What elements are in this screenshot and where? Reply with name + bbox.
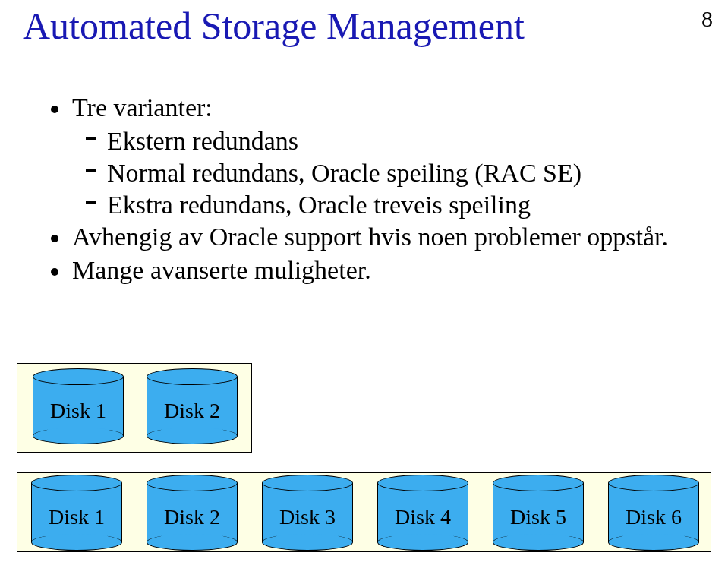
disk-label: Disk 3	[262, 505, 353, 529]
disk-bottom-4: Disk 4	[377, 475, 468, 551]
bullet-mange: Mange avanserte muligheter.	[49, 256, 728, 285]
bullet-extern-redundans: Ekstern redundans	[84, 127, 728, 156]
page-number: 8	[701, 6, 713, 32]
disk-group-top: Disk 1 Disk 2	[17, 363, 252, 453]
disk-label: Disk 2	[147, 399, 238, 423]
disk-bottom-2: Disk 2	[147, 475, 238, 551]
disk-label: Disk 4	[377, 505, 468, 529]
bullet-ekstra-redundans: Ekstra redundans, Oracle treveis speilin…	[84, 191, 728, 219]
disk-label: Disk 1	[31, 505, 122, 529]
slide-title: Automated Storage Management	[23, 4, 728, 48]
disk-bottom-1: Disk 1	[31, 475, 122, 551]
disk-bottom-3: Disk 3	[262, 475, 353, 551]
disk-label: Disk 6	[608, 505, 699, 529]
bullet-normal-redundans: Normal redundans, Oracle speiling (RAC S…	[84, 159, 728, 188]
bullet-avhengig: Avhengig av Oracle support hvis noen pro…	[49, 223, 728, 251]
disk-top-1: Disk 1	[33, 368, 124, 444]
disk-label: Disk 1	[33, 399, 124, 423]
bullet-variants: Tre varianter:	[49, 93, 728, 122]
disk-label: Disk 2	[147, 505, 238, 529]
disk-bottom-5: Disk 5	[493, 475, 584, 551]
disk-group-bottom: Disk 1 Disk 2 Disk 3 Disk 4 Disk 5 Disk …	[17, 472, 711, 552]
disk-label: Disk 5	[493, 505, 584, 529]
slide-content: Tre varianter: Ekstern redundans Normal …	[49, 93, 728, 285]
disk-bottom-6: Disk 6	[608, 475, 699, 551]
disk-top-2: Disk 2	[147, 368, 238, 444]
